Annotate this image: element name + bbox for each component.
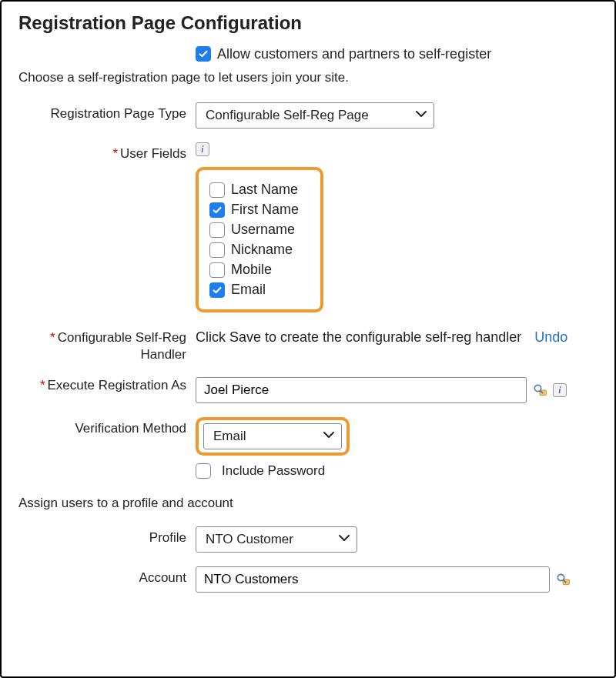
user-field-label: Nickname [231, 242, 293, 258]
user-field-checkbox-email[interactable] [209, 282, 225, 298]
user-fields-row: Last Name First Name Username Nickname [18, 167, 598, 312]
chevron-down-icon [323, 429, 335, 445]
include-password-label: Include Password [222, 463, 325, 479]
lookup-icon[interactable] [554, 571, 571, 588]
registration-page-type-value: Configurable Self-Reg Page [206, 108, 369, 123]
execute-as-input[interactable] [196, 377, 527, 403]
user-field-checkbox-nickname[interactable] [209, 242, 225, 258]
user-field-item: Username [209, 222, 299, 238]
account-input[interactable] [196, 566, 550, 593]
registration-page-type-select[interactable]: Configurable Self-Reg Page [196, 102, 434, 129]
profile-select[interactable]: NTO Customer [196, 526, 357, 553]
profile-row: Profile NTO Customer [18, 526, 598, 553]
profile-value: NTO Customer [206, 532, 293, 547]
allow-self-register-row: Allow customers and partners to self-reg… [18, 46, 598, 62]
verification-method-row: Verification Method Email [18, 417, 598, 456]
user-field-label: Mobile [231, 262, 272, 278]
verification-method-highlight-box: Email [196, 417, 350, 456]
include-password-row: Include Password [18, 463, 598, 479]
handler-text: Click Save to create the configurable se… [196, 329, 521, 346]
info-icon[interactable]: i [196, 142, 209, 156]
user-field-checkbox-username[interactable] [209, 222, 225, 238]
user-field-label: First Name [231, 202, 299, 218]
lookup-icon[interactable] [531, 382, 548, 399]
profile-label: Profile [18, 526, 196, 546]
chevron-down-icon [338, 532, 350, 548]
include-password-checkbox[interactable] [196, 463, 211, 479]
user-field-item: Nickname [209, 242, 299, 258]
user-field-label: Username [231, 222, 295, 238]
user-fields-highlight-box: Last Name First Name Username Nickname [196, 167, 323, 312]
user-field-checkbox-lastname[interactable] [209, 182, 225, 198]
allow-self-register-checkbox[interactable] [196, 46, 211, 62]
user-field-item: Mobile [209, 262, 299, 278]
user-field-item: First Name [209, 202, 299, 218]
user-field-item: Email [209, 282, 299, 298]
execute-as-label: *Execute Registration As [18, 377, 196, 394]
config-panel: Registration Page Configuration Allow cu… [0, 0, 616, 678]
account-row: Account [18, 566, 598, 593]
undo-link[interactable]: Undo [534, 329, 567, 346]
account-label: Account [18, 566, 196, 586]
handler-row: *Configurable Self-Reg Handler Click Sav… [18, 329, 598, 363]
user-field-item: Last Name [209, 182, 299, 198]
required-asterisk: * [40, 378, 45, 392]
user-field-label: Last Name [231, 182, 298, 198]
required-asterisk: * [50, 330, 55, 345]
handler-label: *Configurable Self-Reg Handler [18, 329, 196, 363]
instructions-text: Choose a self-registration page to let u… [18, 70, 598, 85]
user-fields-label: *User Fields [18, 142, 196, 162]
page-title: Registration Page Configuration [18, 12, 598, 34]
execute-as-row: *Execute Registration As i [18, 377, 598, 403]
user-field-checkbox-firstname[interactable] [209, 202, 225, 218]
assign-section-text: Assign users to a profile and account [18, 496, 598, 511]
allow-self-register-label: Allow customers and partners to self-reg… [217, 46, 491, 62]
verification-method-value: Email [213, 429, 246, 444]
registration-page-type-label: Registration Page Type [18, 102, 196, 122]
user-fields-label-row: *User Fields i [18, 142, 598, 162]
registration-page-type-row: Registration Page Type Configurable Self… [18, 102, 598, 129]
user-field-label: Email [231, 282, 266, 298]
required-asterisk: * [112, 146, 118, 161]
user-field-checkbox-mobile[interactable] [209, 262, 225, 278]
chevron-down-icon [415, 108, 427, 124]
info-icon[interactable]: i [553, 383, 567, 397]
verification-method-select[interactable]: Email [203, 423, 342, 449]
verification-method-label: Verification Method [18, 417, 196, 437]
